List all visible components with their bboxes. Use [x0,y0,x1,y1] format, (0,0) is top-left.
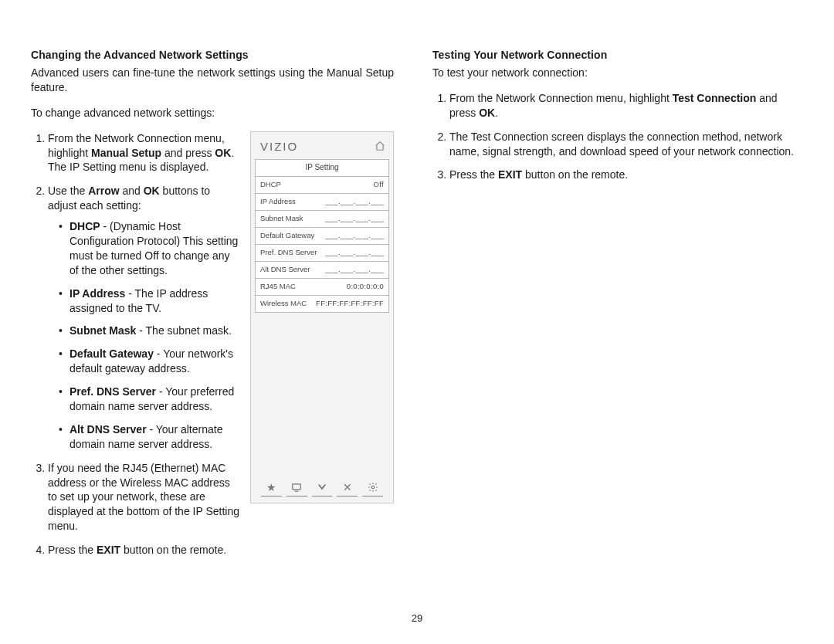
bullet-dhcp: DHCP - (Dynamic Host Configuration Proto… [59,219,394,278]
lead-advanced: To change advanced network settings: [31,106,394,120]
tv-title-row: IP Setting [256,160,388,177]
svg-rect-0 [293,484,301,490]
bullet-ip: IP Address - The IP address assigned to … [59,286,394,316]
gear-icon [362,480,383,497]
tv-footer-icons: ★ ✕ [259,480,385,497]
bullet-pref-dns: Pref. DNS Server - Your preferred domain… [59,385,394,414]
test-step-3: Press the EXIT button on the remote. [449,168,795,182]
tv-icon [286,480,307,497]
intro-advanced: Advanced users can fine-tune the network… [31,66,394,95]
heading-testing: Testing Your Network Connection [432,49,795,61]
bullet-alt-dns: Alt DNS Server - Your alternate domain n… [59,422,394,452]
test-step-1: From the Network Connection menu, highli… [449,91,795,120]
test-step-2: The Test Connection screen displays the … [449,130,795,159]
right-column: Testing Your Network Connection To test … [432,49,795,568]
step-4: Press the EXIT button on the remote. [48,543,394,558]
star-icon: ★ [261,480,282,497]
v-icon [312,480,333,497]
intro-testing: To test your network connection: [432,66,795,80]
close-icon: ✕ [337,480,358,497]
home-icon [375,141,385,151]
bullet-subnet: Subnet Mask - The subnet mask. [59,324,394,338]
heading-advanced: Changing the Advanced Network Settings [31,49,394,61]
tv-row: IP Address___.___.___.___ [256,194,388,211]
tv-brand: VIZIO [260,140,298,153]
tv-title: IP Setting [305,163,338,172]
tv-row: DHCPOff [256,177,388,194]
page-number: 29 [0,612,834,624]
test-steps: From the Network Connection menu, highli… [432,91,795,182]
left-column: Changing the Advanced Network Settings A… [31,49,394,568]
bullet-gateway: Default Gateway - Your network's default… [59,347,394,376]
svg-point-2 [371,486,375,489]
